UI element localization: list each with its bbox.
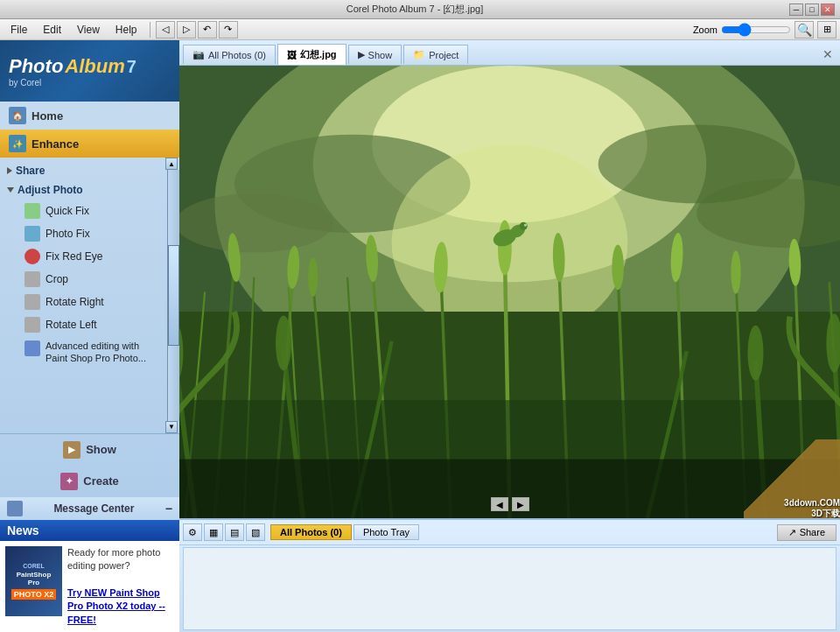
menu-fix-red-eye[interactable]: Fix Red Eye bbox=[0, 245, 167, 268]
watermark: 3ddown.COM 3D下载 bbox=[784, 498, 840, 518]
menu-rotate-left[interactable]: Rotate Left bbox=[0, 313, 167, 336]
menu-photo-fix[interactable]: Photo Fix bbox=[0, 222, 167, 245]
news-header: News bbox=[0, 520, 179, 541]
section-adjust-photo[interactable]: Adjust Photo bbox=[0, 180, 167, 200]
photo-tray bbox=[183, 547, 836, 630]
news-content: COREL PaintShopPro PHOTO X2 Ready for mo… bbox=[0, 541, 179, 632]
all-photos-label: All Photos (0) bbox=[208, 50, 266, 60]
news-text-area: Ready for more photo editing power? Try … bbox=[67, 546, 174, 627]
bottom-tab-photo-tray[interactable]: Photo Tray bbox=[354, 524, 419, 540]
bottom-tab-all-photos[interactable]: All Photos (0) bbox=[270, 524, 352, 540]
message-center-icon bbox=[7, 501, 23, 516]
toolbar-undo[interactable]: ↶ bbox=[198, 21, 217, 39]
tab-current-image[interactable]: 🖼 幻想.jpg bbox=[277, 44, 346, 65]
logo-subtitle: by Corel bbox=[9, 78, 136, 88]
advanced-icon bbox=[24, 341, 40, 356]
main-image bbox=[179, 66, 840, 518]
tab-show[interactable]: ▶ Show bbox=[348, 45, 402, 64]
prev-image-button[interactable]: ◀ bbox=[491, 497, 508, 511]
rotate-left-icon bbox=[24, 317, 40, 333]
tabs-bar: 📷 All Photos (0) 🖼 幻想.jpg ▶ Show 📁 Proje… bbox=[179, 40, 840, 66]
minimize-button[interactable]: ─ bbox=[789, 4, 803, 16]
sidebar: Photo Album 7 by Corel 🏠 Home ✨ Enhance bbox=[0, 40, 179, 632]
menu-crop[interactable]: Crop bbox=[0, 268, 167, 291]
zoom-in-button[interactable]: 🔍 bbox=[794, 21, 814, 39]
menu-file[interactable]: File bbox=[4, 22, 34, 38]
message-center[interactable]: Message Center − bbox=[0, 497, 179, 520]
message-center-label: Message Center bbox=[53, 502, 134, 515]
message-center-collapse[interactable]: − bbox=[165, 502, 172, 516]
create-label: Create bbox=[83, 474, 118, 488]
share-icon: ↗ bbox=[788, 527, 796, 538]
bottom-view3-button[interactable]: ▧ bbox=[246, 523, 265, 541]
crop-icon bbox=[24, 271, 40, 287]
menu-view[interactable]: View bbox=[70, 22, 107, 38]
menu-rotate-right[interactable]: Rotate Right bbox=[0, 291, 167, 313]
fullscreen-button[interactable]: ⊞ bbox=[817, 21, 836, 39]
svg-point-31 bbox=[498, 220, 512, 275]
show-icon: ▶ bbox=[63, 441, 80, 459]
show-tab-label: Show bbox=[368, 50, 393, 60]
quick-fix-icon bbox=[24, 203, 40, 219]
project-tab-icon: 📁 bbox=[413, 49, 425, 60]
sidebar-item-home[interactable]: 🏠 Home bbox=[0, 102, 179, 130]
close-all-tabs-button[interactable]: ✕ bbox=[819, 46, 836, 63]
toolbar-redo[interactable]: ↷ bbox=[219, 21, 238, 39]
menu-advanced-editing[interactable]: Advanced editing with Paint Shop Pro Pho… bbox=[0, 336, 167, 369]
sidebar-item-enhance[interactable]: ✨ Enhance bbox=[0, 130, 179, 158]
sidebar-item-create[interactable]: ✦ Create bbox=[0, 466, 179, 497]
svg-point-33 bbox=[612, 245, 623, 291]
scroll-up-button[interactable]: ▲ bbox=[165, 158, 178, 170]
main-layout: Photo Album 7 by Corel 🏠 Home ✨ Enhance bbox=[0, 40, 840, 632]
sidebar-item-show[interactable]: ▶ Show bbox=[0, 434, 179, 466]
menu-edit[interactable]: Edit bbox=[36, 22, 68, 38]
red-eye-icon bbox=[24, 249, 40, 264]
image-tab-label: 幻想.jpg bbox=[300, 48, 337, 61]
bottom-view2-button[interactable]: ▤ bbox=[225, 523, 244, 541]
bottom-view1-button[interactable]: ▦ bbox=[204, 523, 223, 541]
bottom-settings-button[interactable]: ⚙ bbox=[183, 523, 202, 541]
news-title: News bbox=[7, 523, 39, 537]
project-tab-label: Project bbox=[429, 50, 458, 60]
bottom-panel: ⚙ ▦ ▤ ▧ All Photos (0) Photo Tray ↗ Shar… bbox=[179, 518, 840, 632]
titlebar: Corel Photo Album 7 - [幻想.jpg] ─ □ ✕ bbox=[0, 0, 840, 19]
svg-point-6 bbox=[179, 193, 332, 252]
adjust-section-label: Adjust Photo bbox=[18, 184, 83, 196]
svg-point-40 bbox=[524, 223, 527, 226]
bottom-tabs: All Photos (0) Photo Tray bbox=[267, 523, 423, 542]
tab-project[interactable]: 📁 Project bbox=[403, 45, 468, 64]
logo-version: 7 bbox=[127, 57, 136, 77]
show-tab-icon: ▶ bbox=[358, 49, 365, 60]
sidebar-scrollbar-thumb[interactable] bbox=[168, 245, 179, 346]
tab-all-photos[interactable]: 📷 All Photos (0) bbox=[183, 45, 276, 64]
toolbar-separator bbox=[150, 22, 150, 38]
zoom-area: Zoom 🔍 ⊞ bbox=[693, 21, 836, 39]
menu-help[interactable]: Help bbox=[108, 22, 144, 38]
sidebar-scrollbar-track bbox=[167, 170, 179, 421]
zoom-label: Zoom bbox=[693, 25, 718, 35]
news-link[interactable]: Try NEW Paint Shop Pro Photo X2 today --… bbox=[67, 587, 165, 625]
logo-brand2: Album bbox=[65, 55, 124, 78]
scroll-down-button[interactable]: ▼ bbox=[165, 421, 178, 433]
share-expand-icon bbox=[7, 167, 12, 174]
maximize-button[interactable]: □ bbox=[805, 4, 819, 16]
logo-area: Photo Album 7 by Corel bbox=[0, 40, 179, 102]
close-button[interactable]: ✕ bbox=[821, 4, 835, 16]
menu-quick-fix[interactable]: Quick Fix bbox=[0, 200, 167, 222]
next-image-button[interactable]: ▶ bbox=[512, 497, 529, 511]
zoom-slider[interactable] bbox=[721, 24, 791, 36]
watermark-label: 3D下载 bbox=[784, 508, 840, 518]
watermark-container: 3ddown.COM 3D下载 bbox=[744, 439, 840, 518]
window-controls[interactable]: ─ □ ✕ bbox=[789, 4, 835, 16]
share-label: Share bbox=[800, 527, 825, 537]
toolbar-forward[interactable]: ▷ bbox=[177, 21, 196, 39]
right-panel: 📷 All Photos (0) 🖼 幻想.jpg ▶ Show 📁 Proje… bbox=[179, 40, 840, 632]
adjust-expand-icon bbox=[7, 187, 14, 193]
svg-point-47 bbox=[747, 326, 763, 381]
news-body-text: Ready for more photo editing power? bbox=[67, 547, 160, 571]
enhance-label: Enhance bbox=[32, 137, 79, 151]
toolbar-back[interactable]: ◁ bbox=[156, 21, 175, 39]
rotate-right-icon bbox=[24, 294, 40, 310]
section-share[interactable]: Share bbox=[0, 161, 167, 180]
share-button[interactable]: ↗ Share bbox=[777, 524, 836, 541]
